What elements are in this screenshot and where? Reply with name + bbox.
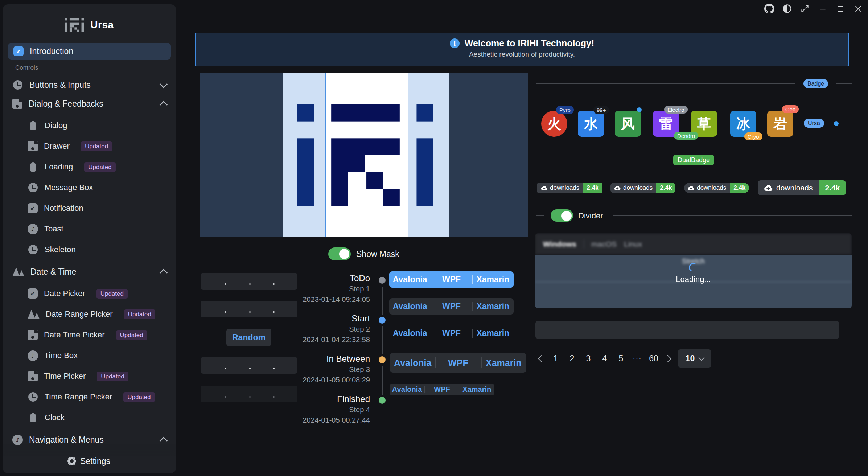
minimize-icon[interactable]: [817, 3, 828, 14]
downloads-badge: downloads 2.4k: [610, 183, 675, 193]
masked-logo-image: [200, 73, 528, 237]
show-mask-label: Show Mask: [356, 249, 399, 259]
sidebar-item-label: Date Time Picker: [44, 330, 105, 340]
sidebar-item-time-picker[interactable]: Time Picker Updated: [3, 369, 176, 383]
sidebar-group-dialog-feedbacks[interactable]: Dialog & Feedbacks: [3, 95, 176, 112]
window-controls: [764, 3, 864, 14]
step-title: In Between: [250, 353, 370, 364]
clock-icon: [28, 182, 38, 193]
ursa-badge: Ursa: [804, 119, 824, 128]
page-button-1[interactable]: 1: [551, 354, 561, 364]
prev-page-button[interactable]: [538, 354, 546, 362]
wpf-button[interactable]: WPF: [435, 353, 481, 373]
chevron-down-icon: [160, 80, 168, 89]
sidebar-item-label: Clock: [45, 413, 65, 422]
timeline-step: In Between Step 3 2024-01-05 00:08:29: [250, 353, 370, 385]
avalonia-button[interactable]: Avalonia: [389, 298, 431, 315]
github-icon[interactable]: [764, 3, 775, 14]
avalonia-button[interactable]: Avalonia: [390, 353, 435, 373]
maximize-icon[interactable]: [835, 3, 846, 14]
wpf-button[interactable]: WPF: [431, 325, 472, 341]
sidebar-item-date-time-picker[interactable]: Date Time Picker Updated: [3, 328, 176, 342]
avalonia-button[interactable]: Avalonia: [389, 325, 431, 341]
battery-icon: [28, 120, 38, 131]
sidebar-item-loading[interactable]: Loading Updated: [3, 160, 176, 174]
tab-macos[interactable]: macOS: [591, 240, 617, 249]
sidebar-item-label: Introduction: [30, 46, 73, 56]
xamarin-button[interactable]: Xamarin: [481, 353, 526, 373]
tile-glyph: 岩: [773, 115, 787, 133]
pyro-badge: Pyro: [556, 106, 574, 114]
sidebar-section-controls: Controls: [15, 64, 176, 72]
avalonia-button[interactable]: Avalonia: [390, 384, 424, 395]
xamarin-button[interactable]: Xamarin: [460, 384, 494, 395]
sidebar-item-label: Dialog: [45, 121, 67, 130]
sidebar-group-buttons-inputs[interactable]: Buttons & Inputs: [3, 77, 176, 93]
page-button-60[interactable]: 60: [649, 354, 659, 364]
badge-value: 2.4k: [819, 180, 846, 195]
avalonia-button[interactable]: Avalonia: [389, 271, 431, 288]
theme-toggle-icon[interactable]: [782, 3, 793, 14]
page-size-select[interactable]: 10: [678, 349, 711, 368]
sidebar-item-notification[interactable]: Notification: [3, 201, 176, 216]
button-group-secondary: Avalonia WPF Xamarin: [389, 298, 514, 315]
page-button-3[interactable]: 3: [583, 354, 593, 364]
sidebar-item-dialog[interactable]: Dialog: [3, 118, 176, 133]
sidebar-item-date-picker[interactable]: Date Picker Updated: [3, 286, 176, 301]
divider: [536, 215, 544, 216]
music-note-icon: [28, 350, 38, 361]
step-subtitle: Step 1: [250, 284, 370, 294]
sidebar-item-date-range-picker[interactable]: Date Range Picker Updated: [3, 307, 176, 321]
sidebar-item-label: Skeleton: [45, 245, 76, 254]
page-button-4[interactable]: 4: [600, 354, 610, 364]
button-group-small: Avalonia WPF Xamarin: [390, 384, 494, 395]
settings-button[interactable]: Settings: [3, 456, 176, 473]
sidebar-item-time-box[interactable]: Time Box: [3, 348, 176, 363]
sidebar-item-label: Time Range Picker: [45, 392, 112, 402]
sidebar-item-introduction[interactable]: Introduction: [8, 43, 171, 60]
text-input[interactable]: [535, 321, 839, 339]
divider: [536, 83, 795, 84]
updated-badge: Updated: [97, 372, 128, 381]
sidebar-item-clock[interactable]: Clock: [3, 410, 176, 425]
timeline-connector: [382, 326, 383, 354]
wpf-button[interactable]: WPF: [431, 271, 472, 288]
page-button-2[interactable]: 2: [567, 354, 577, 364]
sidebar-item-message-box[interactable]: Message Box: [3, 180, 176, 195]
trees-icon: [28, 309, 40, 319]
divider-toggle[interactable]: [551, 209, 573, 222]
sidebar-item-toast[interactable]: Toast: [3, 222, 176, 236]
cryo-badge: Cryo: [744, 132, 762, 140]
wpf-button[interactable]: WPF: [424, 384, 459, 395]
tile-glyph: 火: [547, 115, 561, 133]
sidebar-item-skeleton[interactable]: Skeleton: [3, 242, 176, 257]
close-icon[interactable]: [853, 3, 864, 14]
sidebar-group-date-time[interactable]: Date & Time: [3, 263, 176, 280]
tab-content: Stretch Loading...: [535, 255, 852, 308]
next-page-button[interactable]: [664, 354, 671, 362]
xamarin-button[interactable]: Xamarin: [472, 325, 514, 341]
step-title: Finished: [250, 394, 370, 405]
xamarin-button[interactable]: Xamarin: [472, 298, 514, 315]
page-ellipsis[interactable]: ···: [632, 354, 642, 362]
xamarin-button[interactable]: Xamarin: [472, 271, 514, 288]
floppy-icon: [28, 371, 38, 381]
show-mask-toggle[interactable]: [328, 247, 351, 260]
sidebar-item-time-range-picker[interactable]: Time Range Picker Updated: [3, 390, 176, 404]
sidebar-item-label: Message Box: [45, 183, 93, 192]
fullscreen-icon[interactable]: [799, 3, 810, 14]
chevron-up-icon: [160, 101, 168, 109]
page-button-5[interactable]: 5: [616, 354, 626, 364]
divider: [613, 215, 852, 216]
tab-linux[interactable]: Linux: [624, 240, 642, 249]
wpf-button[interactable]: WPF: [431, 298, 472, 315]
tab-windows[interactable]: Windows: [543, 240, 576, 249]
sidebar-group-navigation-menus[interactable]: Navigation & Menus: [3, 431, 176, 448]
step-timestamp: 2024-01-05 00:27:44: [250, 415, 370, 426]
sidebar-item-drawer[interactable]: Drawer Updated: [3, 139, 176, 153]
timeline-dot-finished: [379, 397, 386, 404]
step-timestamp: 2023-01-14 09:24:05: [250, 294, 370, 305]
step-timestamp: 2024-01-05 00:08:29: [250, 375, 370, 385]
gear-icon: [69, 458, 75, 464]
sidebar-item-label: Date Range Picker: [46, 309, 113, 319]
